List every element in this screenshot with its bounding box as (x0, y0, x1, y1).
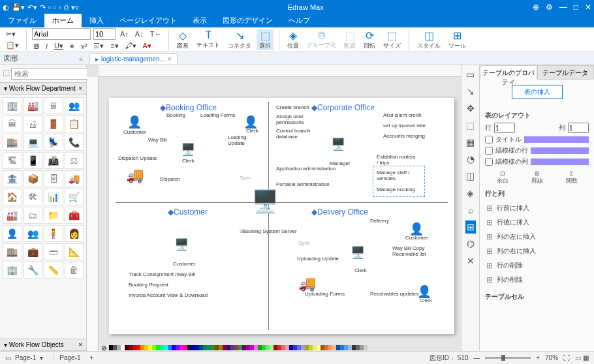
close-tab-icon[interactable]: × (168, 55, 172, 63)
shape-item[interactable]: 🖥 (44, 97, 63, 114)
print-icon[interactable]: ⎙ (64, 3, 69, 11)
new-icon[interactable]: ▫ (48, 3, 51, 11)
shape-item[interactable]: 🏗 (3, 152, 22, 169)
tab-table-data[interactable]: テーブルデータ (537, 65, 595, 80)
tool-search-icon[interactable]: ⌕ (467, 204, 475, 217)
rotate-tool[interactable]: ⟳回転 (361, 29, 378, 50)
shape-item[interactable]: 🏭 (23, 97, 43, 114)
rowscols-item[interactable]: ⊞行前に挿入 (485, 201, 589, 215)
shape-item[interactable]: 🏢 (3, 97, 22, 114)
border-button[interactable]: ⊞罫線 (531, 170, 543, 185)
shape-item[interactable]: 🏛 (3, 115, 22, 132)
zoom-out-icon[interactable]: — (473, 354, 480, 361)
shape-item[interactable]: 🚪 (44, 115, 63, 132)
italic-button[interactable]: I (44, 42, 50, 51)
nocolor-icon[interactable]: ⊘ (101, 344, 106, 352)
color-strip[interactable]: ⊘ (99, 344, 461, 351)
shape-item[interactable]: 📦 (23, 170, 43, 187)
shape-item[interactable]: 💺 (44, 134, 63, 151)
menu-help[interactable]: ヘルプ (281, 14, 318, 27)
shape-item[interactable]: 📐 (65, 243, 84, 260)
menu-home[interactable]: ホーム (44, 14, 82, 27)
tool-text-icon[interactable]: ◫ (465, 170, 476, 183)
settings-icon[interactable]: ⚙ (546, 3, 553, 12)
qat-more-icon[interactable]: ▾▿ (71, 3, 79, 12)
shape-item[interactable]: 🏠 (3, 189, 22, 205)
menu-shapedesign[interactable]: 図形のデザイン (215, 14, 281, 27)
shape-item[interactable]: 👥 (65, 97, 84, 114)
tool-symbol-icon[interactable]: ⬚ (465, 119, 476, 132)
shape-item[interactable]: 👤 (3, 225, 22, 242)
menu-view[interactable]: 表示 (185, 14, 215, 27)
opt-striperow-check[interactable] (485, 147, 493, 155)
shape-item[interactable]: 🏢 (3, 262, 22, 279)
select-tool[interactable]: ⬚選択 (257, 29, 274, 50)
shape-item[interactable]: 📠 (44, 152, 63, 169)
page-dropdown-icon[interactable]: ▾ (40, 354, 43, 361)
rowscols-item[interactable]: ⊞列の右に挿入 (485, 244, 589, 258)
shape-item[interactable]: 📱 (23, 152, 43, 169)
document-tab[interactable]: ▸ logistic-managemen... × (89, 53, 178, 64)
minimize-icon[interactable]: — (559, 3, 567, 12)
cut-icon[interactable]: ✂▾ (4, 29, 21, 39)
insert-table-button[interactable]: 表の挿入 (512, 85, 563, 99)
shape-item[interactable]: 📞 (65, 134, 84, 151)
font-smaller-icon[interactable]: A↓ (133, 29, 146, 38)
shape-item[interactable]: 🏬 (3, 134, 22, 151)
arrange-tool[interactable]: ⬚配置 (341, 29, 358, 50)
rowscols-item[interactable]: ⊞列の左に挿入 (485, 230, 589, 244)
search-icon[interactable]: ⬚ (3, 68, 10, 80)
opt-stripecol-check[interactable] (485, 158, 493, 166)
style-tool[interactable]: ◫スタイル (414, 29, 443, 50)
open-icon[interactable]: ▫ (59, 3, 61, 11)
shape-item[interactable]: 🚚 (65, 170, 84, 187)
highlight-icon[interactable]: 🖍▾ (123, 41, 138, 51)
tool-arrow-icon[interactable]: ↘ (465, 85, 476, 98)
undo-icon[interactable]: ↶▾ (27, 3, 37, 12)
shape-item[interactable]: 👥 (23, 225, 43, 242)
font-family[interactable] (32, 28, 91, 40)
shape-tool[interactable]: ◇図形 (174, 29, 191, 50)
save-icon[interactable]: 💾▾ (12, 3, 25, 12)
opt-title-check[interactable] (485, 136, 493, 144)
shape-item[interactable]: 🛠 (23, 189, 43, 205)
size-tool[interactable]: ⬚サイズ (381, 29, 403, 50)
section-close-icon-2[interactable]: × (78, 341, 82, 348)
underline-button[interactable]: U▾ (52, 41, 65, 51)
group-tool[interactable]: ⧉グループ化 (304, 29, 339, 50)
shape-item[interactable]: 📏 (44, 262, 63, 279)
add-page-icon[interactable]: + (90, 354, 94, 361)
rowscols-item[interactable]: ⊞行の削除 (485, 258, 589, 273)
shape-item[interactable]: 🗑 (65, 262, 84, 279)
menu-file[interactable]: ファイル (0, 14, 44, 27)
font-size[interactable] (93, 28, 116, 40)
maximize-icon[interactable]: □ (574, 3, 578, 12)
shape-item[interactable]: 🧍 (44, 225, 63, 242)
bold-button[interactable]: B (32, 42, 41, 51)
text-spacing-icon[interactable]: T↔ (148, 29, 164, 38)
font-bigger-icon[interactable]: A↑ (118, 29, 131, 38)
tool-table-icon[interactable]: ⊞ (465, 220, 476, 234)
shape-item[interactable]: ⚖ (65, 152, 84, 169)
section-close-icon[interactable]: × (78, 85, 82, 92)
view-icons[interactable]: ▭ ▦ (575, 354, 589, 361)
shape-item[interactable]: 🏭 (3, 207, 22, 224)
shape-item[interactable]: 🔧 (23, 262, 43, 279)
align-icon[interactable]: ≡▾ (108, 41, 120, 51)
shape-item[interactable]: 🛒 (65, 189, 84, 205)
superscript-button[interactable]: x² (79, 42, 89, 51)
page-view-icon[interactable]: ▭ (5, 354, 11, 361)
color-swatch[interactable] (364, 345, 367, 350)
function-button[interactable]: Σ関数 (566, 170, 578, 185)
shape-item[interactable]: 🧰 (65, 207, 84, 224)
page-selector[interactable]: Page-1 (15, 354, 36, 361)
shape-item[interactable]: 🖨 (23, 115, 43, 132)
fit-page-icon[interactable]: ⛶ (563, 354, 570, 361)
tool-layer-icon[interactable]: ◈ (465, 187, 475, 200)
connector-tool[interactable]: ↘コネクタ (225, 29, 254, 50)
position-tool[interactable]: ◈位置 (285, 29, 302, 50)
strike-button[interactable]: x̶ (68, 41, 76, 51)
zoom-in-icon[interactable]: + (536, 354, 540, 361)
rowscols-item[interactable]: ⊞行後に挿入 (485, 215, 589, 230)
redo-icon[interactable]: ↷ (40, 3, 46, 12)
